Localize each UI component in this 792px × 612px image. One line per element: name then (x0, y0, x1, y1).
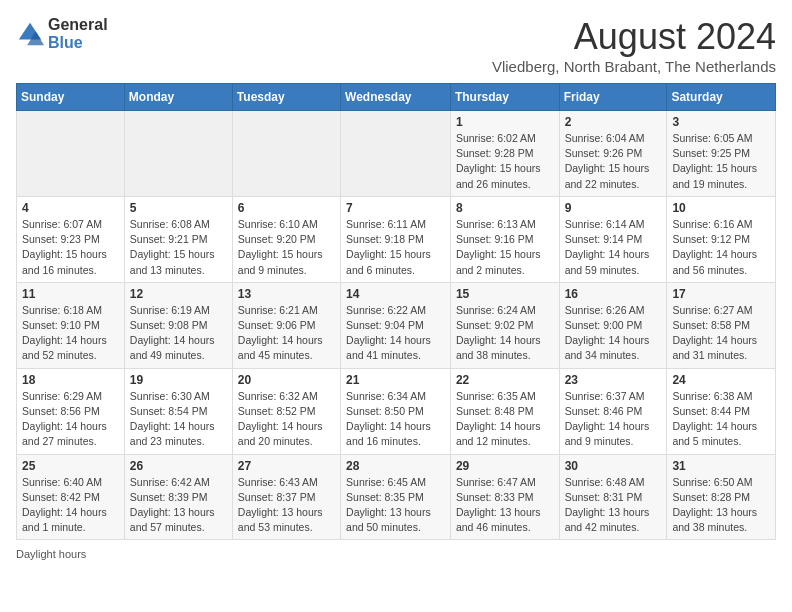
calendar-day-cell: 24Sunrise: 6:38 AM Sunset: 8:44 PM Dayli… (667, 368, 776, 454)
day-number: 18 (22, 373, 119, 387)
day-number: 29 (456, 459, 554, 473)
calendar-day-cell: 19Sunrise: 6:30 AM Sunset: 8:54 PM Dayli… (124, 368, 232, 454)
day-info: Sunrise: 6:10 AM Sunset: 9:20 PM Dayligh… (238, 217, 335, 278)
calendar-day-cell: 12Sunrise: 6:19 AM Sunset: 9:08 PM Dayli… (124, 282, 232, 368)
calendar-day-cell (17, 111, 125, 197)
day-number: 23 (565, 373, 662, 387)
day-info: Sunrise: 6:38 AM Sunset: 8:44 PM Dayligh… (672, 389, 770, 450)
day-info: Sunrise: 6:35 AM Sunset: 8:48 PM Dayligh… (456, 389, 554, 450)
calendar-day-cell: 18Sunrise: 6:29 AM Sunset: 8:56 PM Dayli… (17, 368, 125, 454)
calendar-week-row: 4Sunrise: 6:07 AM Sunset: 9:23 PM Daylig… (17, 196, 776, 282)
day-info: Sunrise: 6:22 AM Sunset: 9:04 PM Dayligh… (346, 303, 445, 364)
day-number: 19 (130, 373, 227, 387)
calendar-day-cell: 1Sunrise: 6:02 AM Sunset: 9:28 PM Daylig… (450, 111, 559, 197)
day-number: 15 (456, 287, 554, 301)
calendar-day-cell: 15Sunrise: 6:24 AM Sunset: 9:02 PM Dayli… (450, 282, 559, 368)
calendar-day-cell: 9Sunrise: 6:14 AM Sunset: 9:14 PM Daylig… (559, 196, 667, 282)
calendar-day-header: Sunday (17, 84, 125, 111)
footer-note: Daylight hours (16, 548, 776, 560)
calendar-day-cell: 23Sunrise: 6:37 AM Sunset: 8:46 PM Dayli… (559, 368, 667, 454)
calendar-day-cell: 31Sunrise: 6:50 AM Sunset: 8:28 PM Dayli… (667, 454, 776, 540)
day-info: Sunrise: 6:02 AM Sunset: 9:28 PM Dayligh… (456, 131, 554, 192)
calendar-day-header: Wednesday (341, 84, 451, 111)
day-number: 12 (130, 287, 227, 301)
daylight-label: Daylight hours (16, 548, 86, 560)
logo-general-text: General (48, 16, 108, 34)
calendar-day-cell: 6Sunrise: 6:10 AM Sunset: 9:20 PM Daylig… (232, 196, 340, 282)
calendar-day-cell: 8Sunrise: 6:13 AM Sunset: 9:16 PM Daylig… (450, 196, 559, 282)
title-block: August 2024 Vliedberg, North Brabant, Th… (492, 16, 776, 75)
day-number: 4 (22, 201, 119, 215)
page-header: General Blue August 2024 Vliedberg, Nort… (16, 16, 776, 75)
day-info: Sunrise: 6:14 AM Sunset: 9:14 PM Dayligh… (565, 217, 662, 278)
day-number: 27 (238, 459, 335, 473)
calendar-day-header: Tuesday (232, 84, 340, 111)
day-number: 3 (672, 115, 770, 129)
day-info: Sunrise: 6:45 AM Sunset: 8:35 PM Dayligh… (346, 475, 445, 536)
day-info: Sunrise: 6:37 AM Sunset: 8:46 PM Dayligh… (565, 389, 662, 450)
day-info: Sunrise: 6:05 AM Sunset: 9:25 PM Dayligh… (672, 131, 770, 192)
calendar-day-header: Saturday (667, 84, 776, 111)
calendar-day-cell: 20Sunrise: 6:32 AM Sunset: 8:52 PM Dayli… (232, 368, 340, 454)
day-info: Sunrise: 6:50 AM Sunset: 8:28 PM Dayligh… (672, 475, 770, 536)
calendar-day-cell: 14Sunrise: 6:22 AM Sunset: 9:04 PM Dayli… (341, 282, 451, 368)
day-info: Sunrise: 6:34 AM Sunset: 8:50 PM Dayligh… (346, 389, 445, 450)
day-number: 11 (22, 287, 119, 301)
day-number: 5 (130, 201, 227, 215)
day-number: 17 (672, 287, 770, 301)
day-info: Sunrise: 6:26 AM Sunset: 9:00 PM Dayligh… (565, 303, 662, 364)
day-number: 30 (565, 459, 662, 473)
day-info: Sunrise: 6:42 AM Sunset: 8:39 PM Dayligh… (130, 475, 227, 536)
day-number: 14 (346, 287, 445, 301)
day-number: 7 (346, 201, 445, 215)
calendar-week-row: 18Sunrise: 6:29 AM Sunset: 8:56 PM Dayli… (17, 368, 776, 454)
calendar-day-header: Friday (559, 84, 667, 111)
calendar-day-cell (341, 111, 451, 197)
day-number: 26 (130, 459, 227, 473)
day-number: 28 (346, 459, 445, 473)
day-info: Sunrise: 6:27 AM Sunset: 8:58 PM Dayligh… (672, 303, 770, 364)
calendar-table: SundayMondayTuesdayWednesdayThursdayFrid… (16, 83, 776, 540)
day-info: Sunrise: 6:21 AM Sunset: 9:06 PM Dayligh… (238, 303, 335, 364)
day-info: Sunrise: 6:29 AM Sunset: 8:56 PM Dayligh… (22, 389, 119, 450)
calendar-day-cell: 2Sunrise: 6:04 AM Sunset: 9:26 PM Daylig… (559, 111, 667, 197)
day-info: Sunrise: 6:11 AM Sunset: 9:18 PM Dayligh… (346, 217, 445, 278)
calendar-header-row: SundayMondayTuesdayWednesdayThursdayFrid… (17, 84, 776, 111)
day-number: 8 (456, 201, 554, 215)
day-number: 9 (565, 201, 662, 215)
day-number: 2 (565, 115, 662, 129)
day-number: 10 (672, 201, 770, 215)
calendar-day-header: Thursday (450, 84, 559, 111)
month-year-title: August 2024 (492, 16, 776, 58)
calendar-day-cell: 17Sunrise: 6:27 AM Sunset: 8:58 PM Dayli… (667, 282, 776, 368)
day-info: Sunrise: 6:04 AM Sunset: 9:26 PM Dayligh… (565, 131, 662, 192)
day-info: Sunrise: 6:07 AM Sunset: 9:23 PM Dayligh… (22, 217, 119, 278)
calendar-day-cell: 3Sunrise: 6:05 AM Sunset: 9:25 PM Daylig… (667, 111, 776, 197)
day-number: 20 (238, 373, 335, 387)
location-subtitle: Vliedberg, North Brabant, The Netherland… (492, 58, 776, 75)
calendar-day-cell: 30Sunrise: 6:48 AM Sunset: 8:31 PM Dayli… (559, 454, 667, 540)
day-info: Sunrise: 6:24 AM Sunset: 9:02 PM Dayligh… (456, 303, 554, 364)
calendar-day-header: Monday (124, 84, 232, 111)
calendar-day-cell: 26Sunrise: 6:42 AM Sunset: 8:39 PM Dayli… (124, 454, 232, 540)
calendar-week-row: 1Sunrise: 6:02 AM Sunset: 9:28 PM Daylig… (17, 111, 776, 197)
calendar-day-cell: 7Sunrise: 6:11 AM Sunset: 9:18 PM Daylig… (341, 196, 451, 282)
calendar-day-cell: 28Sunrise: 6:45 AM Sunset: 8:35 PM Dayli… (341, 454, 451, 540)
calendar-day-cell: 21Sunrise: 6:34 AM Sunset: 8:50 PM Dayli… (341, 368, 451, 454)
day-info: Sunrise: 6:47 AM Sunset: 8:33 PM Dayligh… (456, 475, 554, 536)
calendar-day-cell (232, 111, 340, 197)
day-info: Sunrise: 6:13 AM Sunset: 9:16 PM Dayligh… (456, 217, 554, 278)
day-info: Sunrise: 6:18 AM Sunset: 9:10 PM Dayligh… (22, 303, 119, 364)
day-number: 31 (672, 459, 770, 473)
logo-icon (16, 20, 44, 48)
calendar-day-cell: 10Sunrise: 6:16 AM Sunset: 9:12 PM Dayli… (667, 196, 776, 282)
day-info: Sunrise: 6:43 AM Sunset: 8:37 PM Dayligh… (238, 475, 335, 536)
calendar-day-cell: 4Sunrise: 6:07 AM Sunset: 9:23 PM Daylig… (17, 196, 125, 282)
day-info: Sunrise: 6:19 AM Sunset: 9:08 PM Dayligh… (130, 303, 227, 364)
day-number: 1 (456, 115, 554, 129)
day-info: Sunrise: 6:16 AM Sunset: 9:12 PM Dayligh… (672, 217, 770, 278)
logo-blue-text: Blue (48, 34, 108, 52)
calendar-day-cell (124, 111, 232, 197)
calendar-day-cell: 27Sunrise: 6:43 AM Sunset: 8:37 PM Dayli… (232, 454, 340, 540)
calendar-day-cell: 11Sunrise: 6:18 AM Sunset: 9:10 PM Dayli… (17, 282, 125, 368)
